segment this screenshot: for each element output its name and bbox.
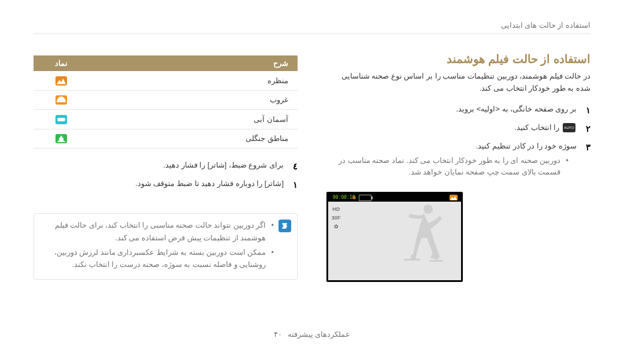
svg-point-0 [424,205,433,214]
landscape-icon [55,76,67,86]
camera-lcd-preview: 00:00:10 HD 30F ✿ [326,192,463,282]
footer-label: عملکردهای پیشرفته [288,330,350,339]
lcd-battery-icon [359,195,372,201]
lcd-hd-icon: HD [332,206,341,212]
steps-list-continued: برای شروع ضبط، [شاتر] را فشار دهید. [شات… [34,159,298,196]
section-title: استفاده از حالت فیلم هوشمند [326,52,590,66]
step-3-text: سوژه خود را در کادر تنظیم کنید. [476,142,577,150]
table-cell-icon [34,90,89,110]
svg-rect-2 [429,260,443,262]
table-head-desc: شرح [89,55,298,71]
table-head-icon: نماد [34,55,89,71]
blue-sky-icon [55,115,67,124]
forest-icon [55,134,67,143]
mode-auto-icon [563,123,575,132]
note-item-1: اگر دوربین نتواند حالت صحنه مناسبی را ان… [42,220,274,244]
breadcrumb: استفاده از حالت های ابتدایی [501,21,590,29]
page-footer: عملکردهای پیشرفته ۴۰ [0,330,624,339]
table-row: غروب [34,90,298,110]
steps-list: بر روی صفحه خانگی، به <اولیه> بروید. را … [326,103,590,184]
sunset-icon [55,95,67,105]
step-4: برای شروع ضبط، [شاتر] را فشار دهید. [34,159,298,177]
step-5: [شاتر] را دوباره فشار دهید تا ضبط متوقف … [34,177,298,196]
step-2-text: را انتخاب کنید. [515,123,560,132]
step-1: بر روی صفحه خانگی، به <اولیه> بروید. [326,103,590,121]
note-item-2: ممکن است دوربین بسته به شرایط عکسبرداری … [42,247,274,272]
step-2: را انتخاب کنید. [326,121,590,140]
table-cell-desc: مناطق جنگلی [89,129,298,148]
top-divider [34,34,590,34]
scene-icon-table: شرح نماد منظرهغروبآسمان آبیمناطق جنگلی [34,55,298,148]
note-box: اگر دوربین نتواند حالت صحنه مناسبی را ان… [34,213,298,280]
svg-rect-1 [404,259,420,261]
table-row: مناطق جنگلی [34,129,298,148]
note-icon [278,220,291,232]
lcd-misc-icon: ✿ [332,224,341,229]
table-cell-icon [34,110,89,129]
table-cell-desc: غروب [89,90,298,110]
section-lead: در حالت فیلم هوشمند، دوربین تنظیمات مناس… [326,70,590,95]
lcd-timecode: 00:00:10 [333,195,355,200]
lcd-fps-icon: 30F [332,215,341,221]
lcd-top-bar: 00:00:10 [328,194,461,202]
table-cell-icon [34,129,89,148]
step-3: سوژه خود را در کادر تنظیم کنید. دوربین ص… [326,140,590,184]
step-3-subnote: دوربین صحنه ای را به طور خودکار انتخاب م… [326,155,569,178]
table-cell-icon [34,71,89,90]
table-row: آسمان آبی [34,110,298,129]
footer-page: ۴۰ [274,330,282,339]
lcd-skater-silhouette [388,202,457,268]
table-cell-desc: منظره [89,71,298,90]
lcd-side-icons: HD 30F ✿ [332,206,341,229]
table-row: منظره [34,71,298,90]
table-cell-desc: آسمان آبی [89,110,298,129]
lcd-scene-icon [450,195,458,200]
